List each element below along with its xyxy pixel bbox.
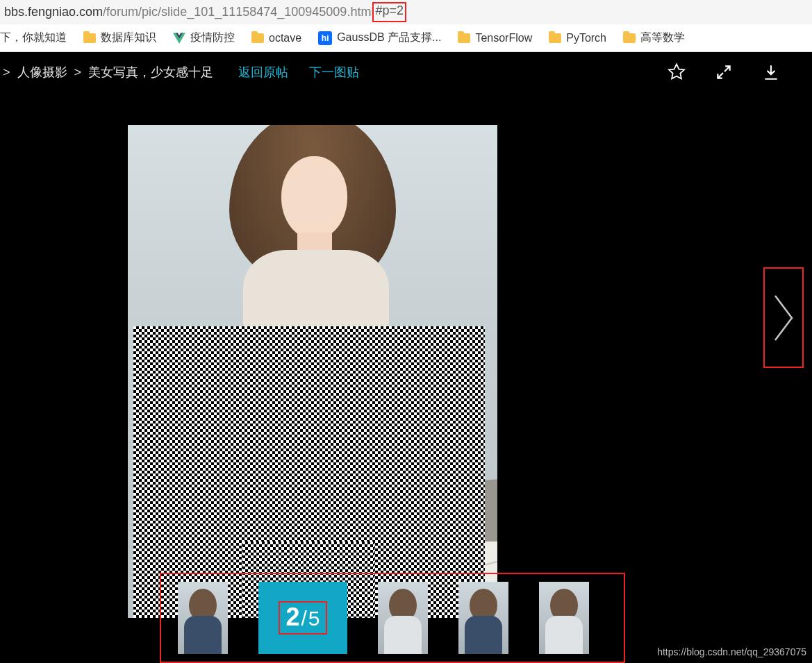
folder-icon <box>83 33 96 43</box>
expand-icon <box>715 63 733 81</box>
bookmark-item[interactable]: octave <box>251 32 301 44</box>
download-icon <box>762 63 780 81</box>
back-to-post-link[interactable]: 返回原帖 <box>238 64 288 81</box>
image-viewer: > 人像摄影 > 美女写真，少女感十足 返回原帖 下一图贴 <box>0 52 812 663</box>
chevron-right-icon <box>770 290 797 346</box>
counter-current: 2 <box>285 603 299 632</box>
bookmark-item[interactable]: 下，你就知道 <box>0 31 67 45</box>
bookmark-label: PyTorch <box>566 32 606 44</box>
url-domain: bbs.fengniao.com <box>4 5 103 19</box>
viewer-right-icons <box>666 62 812 83</box>
bookmark-label: GaussDB 产品支撑... <box>337 31 441 45</box>
next-image-button[interactable] <box>763 267 804 368</box>
next-post-link[interactable]: 下一图贴 <box>309 64 359 81</box>
address-bar[interactable]: bbs.fengniao.com/forum/pic/slide_101_111… <box>0 0 812 24</box>
thumbnail-2-active[interactable]: 2/5 <box>258 582 347 654</box>
favorite-button[interactable] <box>666 62 687 83</box>
url-hash: #p=2 <box>375 3 404 18</box>
breadcrumb-title: 美女写真，少女感十足 <box>88 64 213 81</box>
download-button[interactable] <box>761 62 781 83</box>
bookmark-label: 高等数学 <box>640 31 685 45</box>
image-counter: 2/5 <box>279 601 326 635</box>
breadcrumb: > 人像摄影 > 美女写真，少女感十足 <box>3 64 213 81</box>
thumbnail-3[interactable] <box>378 582 428 654</box>
bookmark-label: 疫情防控 <box>190 31 235 45</box>
bookmark-item[interactable]: 疫情防控 <box>173 31 235 45</box>
vue-icon <box>173 33 185 44</box>
main-image[interactable] <box>128 125 497 618</box>
bookmark-item[interactable]: hi GaussDB 产品支撑... <box>318 31 441 45</box>
thumbnail-5[interactable] <box>539 582 589 654</box>
thumbnail-1[interactable] <box>178 582 228 654</box>
fullscreen-button[interactable] <box>713 62 734 83</box>
bookmark-item[interactable]: TensorFlow <box>458 32 532 44</box>
folder-icon <box>623 33 636 43</box>
bookmark-item[interactable]: 数据库知识 <box>83 31 156 45</box>
url-hash-highlight: #p=2 <box>372 2 406 22</box>
bookmark-label: octave <box>269 32 301 44</box>
folder-icon <box>549 33 561 43</box>
thumbnail-4[interactable] <box>458 582 508 654</box>
watermark-text: https://blog.csdn.net/qq_29367075 <box>657 646 806 657</box>
bookmarks-bar: 下，你就知道 数据库知识 疫情防控 octave hi GaussDB 产品支撑… <box>0 24 812 52</box>
breadcrumb-sep: > <box>3 65 10 80</box>
counter-sep: / <box>301 607 307 630</box>
folder-icon <box>458 33 470 43</box>
bookmark-label: 下，你就知道 <box>0 31 67 45</box>
breadcrumb-sep: > <box>74 65 82 80</box>
viewer-actions: 返回原帖 下一图贴 <box>238 64 359 81</box>
counter-total: 5 <box>308 607 320 630</box>
huawei-icon: hi <box>318 31 332 45</box>
bookmark-item[interactable]: 高等数学 <box>623 31 685 45</box>
folder-icon <box>251 33 264 43</box>
bookmark-label: TensorFlow <box>475 32 532 44</box>
star-icon <box>667 62 686 82</box>
viewer-top-bar: > 人像摄影 > 美女写真，少女感十足 返回原帖 下一图贴 <box>0 52 812 92</box>
url-path: /forum/pic/slide_101_11158474_100945009.… <box>103 5 374 19</box>
breadcrumb-category[interactable]: 人像摄影 <box>17 64 67 81</box>
thumbnail-strip: 2/5 <box>160 573 625 663</box>
bookmark-item[interactable]: PyTorch <box>549 32 606 44</box>
bookmark-label: 数据库知识 <box>101 31 156 45</box>
